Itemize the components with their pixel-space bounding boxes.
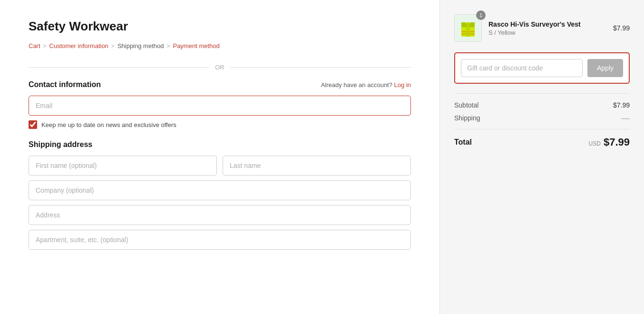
- right-panel: 1 Rasco Hi-Vis Surveyor's Vest S / Yello…: [439, 0, 644, 314]
- account-prompt: Already have an account? Log in: [321, 81, 411, 88]
- order-totals: Subtotal $7.99 Shipping — Total USD $7.9…: [454, 93, 630, 148]
- breadcrumb-customer-info[interactable]: Customer information: [49, 42, 108, 49]
- address-section: [29, 156, 411, 255]
- total-row: Total USD $7.99: [454, 129, 630, 148]
- or-divider: OR: [29, 64, 411, 71]
- or-text: OR: [215, 64, 224, 71]
- apply-button[interactable]: Apply: [587, 59, 623, 77]
- left-panel: Safety Workwear Cart > Customer informat…: [0, 0, 439, 314]
- apt-field[interactable]: [29, 230, 411, 250]
- product-name: Rasco Hi-Vis Surveyor's Vest: [488, 20, 606, 28]
- subtotal-value: $7.99: [613, 101, 630, 109]
- product-info: Rasco Hi-Vis Surveyor's Vest S / Yellow: [488, 20, 606, 36]
- svg-rect-6: [467, 22, 469, 37]
- breadcrumb-payment-method[interactable]: Payment method: [173, 42, 219, 49]
- total-label: Total: [454, 138, 472, 147]
- name-row: [29, 156, 411, 176]
- breadcrumb-sep-3: >: [166, 43, 170, 49]
- account-prompt-text: Already have an account?: [321, 81, 392, 88]
- shipping-section-title: Shipping address: [29, 140, 411, 149]
- shipping-label: Shipping: [454, 114, 480, 122]
- product-variant: S / Yellow: [488, 29, 606, 36]
- address-field[interactable]: [29, 205, 411, 225]
- last-name-field[interactable]: [223, 156, 411, 176]
- contact-header: Contact information Already have an acco…: [29, 80, 411, 89]
- vest-icon: [458, 18, 478, 39]
- subtotal-label: Subtotal: [454, 101, 478, 109]
- product-image-wrap: 1: [454, 14, 482, 42]
- shipping-value: —: [621, 114, 630, 122]
- newsletter-checkbox[interactable]: [29, 120, 37, 129]
- login-link[interactable]: Log in: [394, 81, 411, 88]
- discount-box: Apply: [454, 52, 630, 84]
- contact-section-title: Contact information: [29, 80, 101, 89]
- breadcrumb: Cart > Customer information > Shipping m…: [29, 42, 411, 49]
- email-field[interactable]: [29, 96, 411, 116]
- discount-code-input[interactable]: [461, 59, 583, 77]
- product-quantity-badge: 1: [476, 10, 486, 20]
- subtotal-row: Subtotal $7.99: [454, 101, 630, 109]
- breadcrumb-sep-1: >: [43, 43, 47, 49]
- first-name-field[interactable]: [29, 156, 217, 176]
- total-amount: $7.99: [604, 136, 630, 148]
- product-price: $7.99: [613, 24, 630, 32]
- company-field[interactable]: [29, 180, 411, 200]
- total-value-wrap: USD $7.99: [589, 136, 630, 148]
- shipping-row: Shipping —: [454, 114, 630, 122]
- product-row: 1 Rasco Hi-Vis Surveyor's Vest S / Yello…: [454, 14, 630, 42]
- newsletter-label: Keep me up to date on news and exclusive…: [41, 121, 176, 128]
- newsletter-row: Keep me up to date on news and exclusive…: [29, 120, 411, 129]
- total-currency: USD: [589, 140, 601, 147]
- breadcrumb-shipping-method[interactable]: Shipping method: [117, 42, 164, 49]
- breadcrumb-cart[interactable]: Cart: [29, 42, 40, 49]
- breadcrumb-sep-2: >: [111, 43, 115, 49]
- store-title: Safety Workwear: [29, 19, 411, 34]
